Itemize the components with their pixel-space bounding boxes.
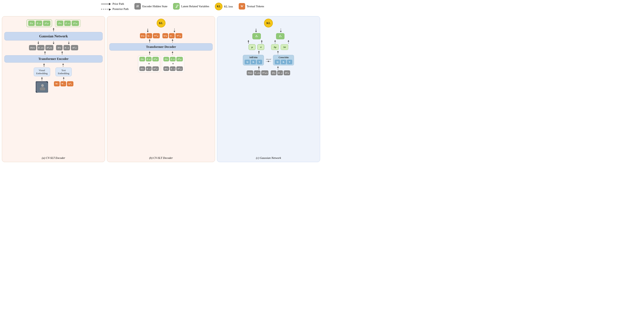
arrows-to-embed [42, 63, 65, 67]
cross-attn-box: CrossAttn Q K V [273, 55, 294, 66]
legend-posterior-path: Posterior Path [101, 8, 129, 11]
legend: Prior Path Posterior Path H Encoder Hidd… [101, 2, 320, 11]
h-enc-group-c: H1p/q H…p/q HTxp/q [247, 70, 268, 75]
panel-c-caption: (c) Gaussian Network [256, 155, 281, 160]
shared-connector: shared [266, 58, 271, 62]
svg-marker-5 [53, 43, 54, 44]
posterior-input-group: Z1q Z…q ZTxq + H1q H…q HTxq [162, 56, 184, 72]
cross-attn-label: CrossAttn [278, 56, 288, 59]
kl-arrows-c [254, 28, 283, 32]
mu-box: μ [248, 44, 256, 50]
legend-kl: KL KL loss [215, 3, 233, 10]
Z-badge: 𝒵 [173, 3, 180, 10]
h-nodes-row-c: H1p/q H…p/q HTxp/q H1q H…q HTyq [247, 70, 290, 75]
arrows-to-params [246, 40, 290, 44]
shared-label: shared [266, 58, 271, 60]
h-enc-dots: H…p/q [37, 45, 44, 50]
panel-a: Z1p Z…p ZTxp Z1q Z…q ZTxq Gaussian Netwo… [2, 16, 105, 162]
svg-marker-31 [172, 39, 173, 40]
self-attn-label: SelfAttn [249, 56, 258, 59]
image-stack [36, 81, 48, 93]
gaussian-network-box: Gaussian Network [4, 32, 102, 40]
latent-vars-label: Latent Related Variables [181, 5, 209, 8]
svg-marker-11 [62, 51, 63, 53]
kl-arrows [146, 28, 176, 32]
svg-marker-27 [174, 31, 175, 32]
z-q-tx: ZTxq [72, 20, 79, 26]
svg-marker-1 [53, 28, 54, 29]
h-txt-1: H1q [56, 45, 62, 50]
transformer-decoder-box: Transformer Decoder [110, 43, 212, 50]
encoder-hidden-label: Encoder Hidden State [142, 5, 168, 8]
h-txt-dots: H…q [64, 45, 70, 50]
svg-marker-51 [277, 51, 279, 52]
legend-paths: Prior Path Posterior Path [101, 2, 129, 11]
panel-a-z-nodes: Z1p Z…p ZTxp Z1q Z…q ZTxq [26, 20, 81, 27]
svg-marker-3 [38, 43, 39, 44]
embeddings-row: VisualEmbedding [4, 68, 102, 93]
kl-badge-b: KL [157, 19, 166, 28]
h-txt-ty: HTyq [71, 45, 78, 50]
w-prior-group: W1p W… WTyp [140, 33, 160, 38]
svg-marker-33 [149, 51, 150, 53]
transformer-encoder-box: Transformer Encoder [4, 55, 102, 62]
legend-prior-path: Prior Path [101, 2, 129, 6]
svg-marker-55 [277, 66, 279, 68]
arrows-down-b2 [148, 51, 174, 55]
panel-b-caption: (b) CV-SLT Decoder [149, 155, 173, 160]
svg-marker-23 [63, 77, 64, 78]
svg-marker-47 [288, 40, 289, 42]
svg-marker-41 [248, 40, 249, 42]
prior-path-label: Prior Path [112, 2, 124, 6]
decoder-inputs: Z1p Z…p ZTxp + H1p H…p HTxp Z1q Z…q ZTxq [138, 56, 184, 72]
w-nodes-a: W1 W… WTy [54, 81, 74, 86]
z-posterior-group: Z1q Z…q ZTxq [55, 20, 81, 27]
attn-row: SelfAttn Q K V shared CrossAtt [243, 55, 294, 66]
arrows-to-attn [257, 51, 280, 54]
posterior-path-label: Posterior Path [112, 8, 129, 11]
svg-marker-17 [41, 77, 43, 78]
w-nodes-row: W1p W… WTyp W1q W… WTyq [140, 33, 182, 38]
kl-badge-c: KL [264, 19, 273, 28]
panel-a-caption: (a) CV-SLT Encoder [42, 155, 65, 160]
arrows-from-gaussian [4, 41, 102, 44]
sigma-box: σ [257, 44, 264, 50]
w-posterior-group: W1q W… WTyq [162, 33, 182, 38]
svg-marker-25 [147, 31, 148, 32]
delta-mu-box: Δμ [271, 44, 279, 50]
svg-marker-43 [261, 40, 262, 42]
svg-marker-45 [274, 40, 276, 42]
h-nodes-row: H1p/q H…p/q HTxp/q H1q H…q HTyq [29, 45, 78, 50]
svg-marker-15 [62, 63, 64, 65]
visual-embedding: VisualEmbedding [34, 68, 50, 93]
legend-encoder-hidden: H Encoder Hidden State [134, 3, 168, 10]
delta-sigma-box: Δσ [281, 44, 288, 50]
svg-marker-53 [258, 66, 260, 68]
svg-marker-7 [68, 43, 70, 44]
self-attn-box: SelfAttn Q K V [243, 55, 264, 66]
h-enc-1: H1p/q [29, 45, 36, 50]
h-enc-tx: HTxp/q [45, 45, 54, 50]
panel-b: KL W1p W… WTyp W1q W… WTyq [107, 16, 215, 162]
prior-input-group: Z1p Z…p ZTxp + H1p H…p HTxp [138, 56, 160, 72]
z-q-dots: Z…q [64, 20, 71, 26]
svg-marker-39 [280, 31, 282, 32]
h-txt-group-c: H1q H…q HTyq [271, 70, 290, 75]
visual-embed-box: VisualEmbedding [34, 68, 50, 76]
z-p-tx: ZTxp [43, 20, 50, 26]
zp-node: Zp [252, 33, 261, 39]
z-prior-group: Z1p Z…p ZTxp [26, 20, 52, 27]
main-content: Z1p Z…p ZTxp Z1q Z…q ZTxq Gaussian Netwo… [2, 16, 320, 162]
z-row-c: Zp Zq [252, 33, 284, 39]
text-embed-box: TextEmbedding [56, 68, 72, 76]
svg-marker-37 [255, 31, 257, 32]
zq-node: Zq [276, 33, 284, 39]
h-encoder-group: H1p/q H…p/q HTxp/q [29, 45, 54, 50]
z-q-1: Z1q [57, 20, 63, 26]
svg-marker-13 [43, 63, 45, 65]
arrows-to-h-c [257, 66, 280, 70]
text-embedding: TextEmbedding W1 W… WTy [54, 68, 74, 86]
textual-tokens-label: Textual Tokens [247, 5, 264, 8]
arrow-to-transformer [43, 51, 64, 54]
params-row: μ σ Δμ Δσ [248, 44, 288, 50]
